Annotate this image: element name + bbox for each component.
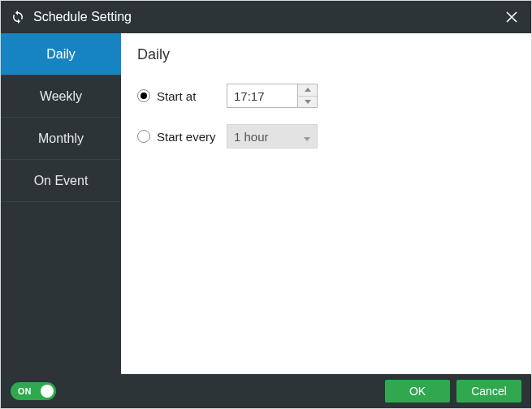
start-every-label: Start every <box>157 130 216 144</box>
schedule-panel: Daily Start at 17:17 Start every <box>121 33 531 374</box>
ok-button[interactable]: OK <box>385 380 450 403</box>
svg-marker-1 <box>305 100 311 104</box>
chevron-down-icon <box>304 130 310 144</box>
sidebar: Daily Weekly Monthly On Event <box>1 33 121 374</box>
svg-marker-0 <box>305 88 311 92</box>
radio-icon <box>137 130 150 143</box>
toggle-label: ON <box>18 386 32 396</box>
start-every-value: 1 hour <box>234 130 269 144</box>
start-at-label: Start at <box>157 89 196 103</box>
toggle-knob <box>41 385 54 398</box>
footer: ON OK Cancel <box>1 374 531 408</box>
start-at-time-value: 17:17 <box>234 89 265 103</box>
radio-icon <box>137 89 150 102</box>
sidebar-item-label: On Event <box>34 174 89 188</box>
sidebar-item-weekly[interactable]: Weekly <box>1 75 121 118</box>
dialog-body: Daily Weekly Monthly On Event Daily Star… <box>1 33 531 374</box>
chevron-down-icon <box>305 100 311 104</box>
chevron-up-icon <box>305 88 311 92</box>
sync-icon <box>11 10 25 24</box>
schedule-toggle[interactable]: ON <box>11 382 56 400</box>
time-spinner <box>298 84 318 108</box>
start-at-time-input[interactable]: 17:17 <box>227 84 298 108</box>
start-every-radio[interactable]: Start every <box>137 130 227 144</box>
svg-marker-2 <box>304 137 310 141</box>
time-spin-up[interactable] <box>298 84 317 96</box>
sidebar-item-on-event[interactable]: On Event <box>1 160 121 202</box>
start-every-row: Start every 1 hour <box>137 122 515 151</box>
start-every-dropdown[interactable]: 1 hour <box>227 124 318 149</box>
start-at-radio[interactable]: Start at <box>137 89 227 103</box>
close-button[interactable] <box>502 7 521 27</box>
sidebar-item-label: Weekly <box>40 89 82 104</box>
sidebar-item-monthly[interactable]: Monthly <box>1 118 121 160</box>
sidebar-item-label: Monthly <box>38 131 84 146</box>
time-spin-down[interactable] <box>298 96 317 108</box>
start-at-row: Start at 17:17 <box>137 81 515 110</box>
panel-title: Daily <box>137 46 515 63</box>
window-title: Schedule Setting <box>33 10 502 24</box>
sidebar-item-daily[interactable]: Daily <box>1 33 121 75</box>
titlebar: Schedule Setting <box>1 1 531 33</box>
cancel-button[interactable]: Cancel <box>456 380 521 403</box>
sidebar-item-label: Daily <box>46 47 76 62</box>
